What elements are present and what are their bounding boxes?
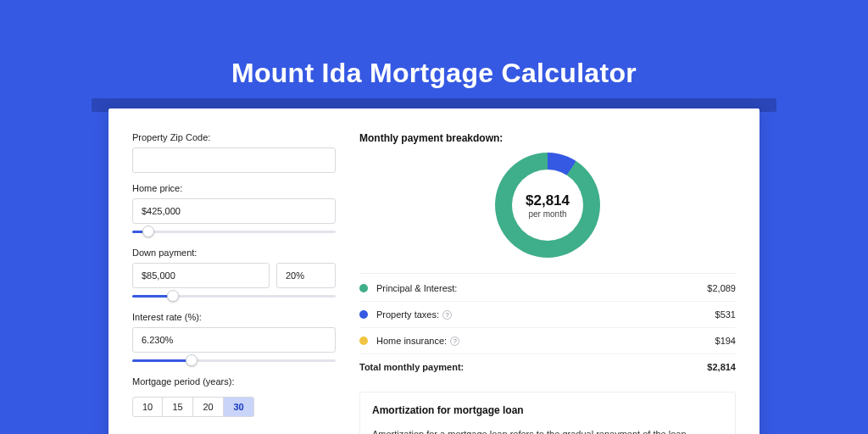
- dot-icon: [359, 337, 368, 345]
- total-label: Total monthly payment:: [359, 362, 707, 372]
- period-btn-10[interactable]: 10: [132, 397, 163, 417]
- breakdown-title: Monthly payment breakdown:: [359, 132, 736, 144]
- page-title: Mount Ida Mortgage Calculator: [0, 0, 868, 89]
- donut-sub: per month: [528, 209, 566, 219]
- period-group: 10 15 20 30: [132, 397, 336, 417]
- donut-amount: $2,814: [526, 192, 570, 209]
- period-btn-15[interactable]: 15: [163, 397, 193, 417]
- breakdown-label: Property taxes:?: [376, 309, 715, 320]
- price-input[interactable]: [132, 198, 336, 224]
- down-pct-input[interactable]: [276, 263, 336, 288]
- zip-input[interactable]: [132, 147, 336, 173]
- down-slider[interactable]: [132, 290, 336, 302]
- dot-icon: [359, 284, 368, 292]
- slider-thumb[interactable]: [167, 290, 179, 302]
- down-amount-input[interactable]: [132, 263, 270, 288]
- period-btn-30[interactable]: 30: [224, 397, 254, 417]
- period-label: Mortgage period (years):: [132, 376, 336, 387]
- breakdown-row-insurance: Home insurance:? $194: [359, 327, 736, 353]
- donut-center: $2,814 per month: [512, 170, 583, 241]
- price-slider[interactable]: [132, 225, 336, 237]
- slider-thumb[interactable]: [186, 354, 198, 366]
- total-value: $2,814: [707, 362, 736, 372]
- breakdown-label: Principal & Interest:: [376, 283, 707, 293]
- dot-icon: [359, 310, 368, 319]
- form-column: Property Zip Code: Home price: Down paym…: [132, 132, 336, 434]
- down-row: [132, 263, 336, 288]
- breakdown-value: $194: [715, 336, 736, 346]
- zip-label: Property Zip Code:: [132, 132, 336, 142]
- donut-chart-wrap: $2,814 per month: [359, 144, 736, 273]
- calculator-card: Property Zip Code: Home price: Down paym…: [108, 108, 760, 434]
- down-label: Down payment:: [132, 248, 336, 258]
- breakdown-row-total: Total monthly payment: $2,814: [359, 353, 736, 380]
- breakdown-label: Home insurance:?: [376, 336, 715, 346]
- help-icon[interactable]: ?: [442, 310, 452, 320]
- amortization-text: Amortization for a mortgage loan refers …: [372, 428, 723, 434]
- slider-fill: [132, 359, 192, 362]
- rate-input[interactable]: [132, 327, 336, 353]
- price-label: Home price:: [132, 183, 336, 193]
- period-btn-20[interactable]: 20: [193, 397, 224, 417]
- breakdown-column: Monthly payment breakdown: $2,814 per mo…: [359, 132, 736, 434]
- breakdown-row-tax: Property taxes:? $531: [359, 301, 736, 327]
- rate-label: Interest rate (%):: [132, 312, 336, 322]
- slider-track: [132, 231, 336, 233]
- amortization-title: Amortization for mortgage loan: [372, 404, 723, 416]
- rate-slider[interactable]: [132, 354, 336, 366]
- breakdown-list: Principal & Interest: $2,089 Property ta…: [359, 273, 736, 380]
- breakdown-value: $2,089: [707, 283, 736, 293]
- donut-chart: $2,814 per month: [495, 153, 600, 258]
- breakdown-row-principal: Principal & Interest: $2,089: [359, 275, 736, 301]
- amortization-card: Amortization for mortgage loan Amortizat…: [359, 392, 736, 434]
- breakdown-value: $531: [715, 309, 736, 320]
- help-icon[interactable]: ?: [450, 337, 459, 346]
- slider-thumb[interactable]: [142, 225, 154, 237]
